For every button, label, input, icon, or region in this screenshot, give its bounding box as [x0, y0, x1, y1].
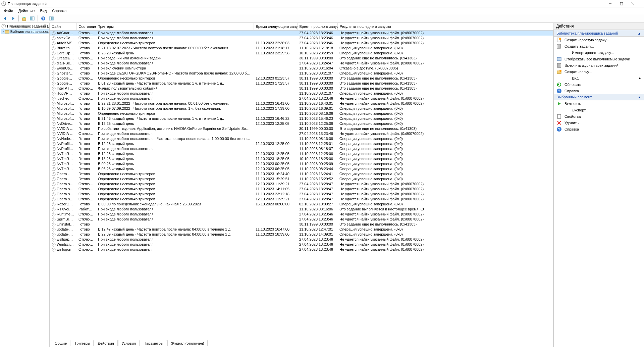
task-row[interactable]: atkexComSvcОтключеноПри входе любого пол…: [50, 36, 553, 41]
task-row[interactable]: update-S-1-...ГотовоВ 12:47 каждый день …: [50, 227, 553, 232]
action-item[interactable]: Включить журнал всех заданий: [554, 62, 644, 68]
task-row[interactable]: BlueStacksH...ГотовоВ 21:18 02.07.2023 -…: [50, 46, 553, 51]
up-button[interactable]: [20, 15, 28, 22]
task-row[interactable]: RTXVoice_{B...РаботаетПри входе любого п…: [50, 207, 553, 212]
col-triggers[interactable]: Триггеры: [96, 23, 254, 30]
task-row[interactable]: Intel PTT EK ...ОтключеноФильтр пользова…: [50, 86, 553, 91]
task-row[interactable]: Opera GX sc...ГотовоОпределено несколько…: [50, 177, 553, 182]
action-item[interactable]: Вид▸: [554, 75, 644, 81]
collapse-icon[interactable]: ▲: [638, 32, 641, 35]
task-row[interactable]: iTopVPN_Up...ГотовоПри входе любого поль…: [50, 91, 553, 96]
menu-help[interactable]: Справка: [49, 8, 69, 13]
close-button[interactable]: [631, 0, 643, 7]
task-row[interactable]: Opera sched...ОтключеноОпределено нескол…: [50, 182, 553, 187]
task-icon: [52, 222, 56, 227]
task-row[interactable]: dials-BenitoОтключеноПри входе любого по…: [50, 61, 553, 66]
action-item[interactable]: ?Справка: [554, 126, 644, 132]
svg-text:?: ?: [558, 127, 560, 131]
task-row[interactable]: GoogleUpda...ОтключеноОпределено несколь…: [50, 76, 553, 81]
detail-tab[interactable]: Общие: [51, 340, 70, 346]
task-row[interactable]: NvNodeLau...ГотовоПри входе любого польз…: [50, 136, 553, 141]
action-item[interactable]: Импортировать задачу...: [554, 49, 644, 56]
actions-section-selected[interactable]: Выбранный элемент ▲: [554, 94, 644, 100]
action-item[interactable]: Обновить: [554, 81, 644, 88]
task-row[interactable]: juschedОтключеноПри входе любого пользов…: [50, 96, 553, 101]
tree-root[interactable]: Планировщик заданий (Лок: [1, 23, 49, 29]
tree-library[interactable]: › Библиотека планировщ: [1, 29, 49, 34]
action-item[interactable]: Создать папку...: [554, 68, 644, 75]
action-item[interactable]: Отображать все выполняемые задачи: [554, 56, 644, 62]
action-label: Создать папку...: [565, 70, 641, 74]
task-row[interactable]: NvDriverUp...ГотовоВ 12:25 каждый день12…: [50, 121, 553, 126]
task-row[interactable]: AutoKMSОтключеноОпределено несколько три…: [50, 41, 553, 46]
collapse-icon[interactable]: ▲: [638, 95, 641, 99]
column-headers[interactable]: Файл Состояние Триггеры Время следующего…: [50, 23, 553, 30]
task-row[interactable]: NvProfileUp...ГотовоВ 12:25 каждый день1…: [50, 141, 553, 146]
menu-file[interactable]: Файл: [1, 8, 16, 13]
col-last-result[interactable]: Результат последнего запуска: [337, 23, 553, 30]
task-row[interactable]: RazerCortex...ГотовоВ 00:00 по понедельн…: [50, 202, 553, 207]
expand-icon[interactable]: ›: [3, 30, 4, 34]
back-button[interactable]: [1, 15, 9, 22]
task-row[interactable]: GhosteryUp...ГотовоПри входе DESKTOP-GDK…: [50, 71, 553, 76]
action-item[interactable]: Экспорт...: [554, 107, 644, 113]
task-row[interactable]: CorelUpdate...ГотовоВ 23:29 каждый день1…: [50, 51, 553, 56]
action-item[interactable]: Свойства: [554, 113, 644, 119]
action-item[interactable]: Удалить: [554, 119, 644, 126]
task-row[interactable]: winlogonОтключеноПри входе любого пользо…: [50, 247, 553, 252]
task-row[interactable]: AdGuardVp...ОтключеноПри входе любого по…: [50, 30, 553, 36]
task-icon: [52, 228, 56, 232]
task-row[interactable]: MicrosoftEd...ГотовоВ 10:39 07.09.2022 -…: [50, 106, 553, 111]
menu-action[interactable]: Действие: [16, 8, 37, 13]
actions-section-library[interactable]: Библиотека планировщика заданий ▲: [554, 30, 644, 37]
task-row[interactable]: NVIDIA GeF...ГотовоПо событию - журнал: …: [50, 126, 553, 131]
task-row[interactable]: wallpaperser...ОтключеноПри входе любого…: [50, 237, 553, 242]
task-row[interactable]: MicrosoftEd...ГотовоОпределено несколько…: [50, 111, 553, 116]
task-row[interactable]: CreateExplor...ОтключеноПри создании или…: [50, 56, 553, 61]
col-next-run[interactable]: Время следующего запуска: [254, 23, 297, 30]
detail-tab[interactable]: Условия: [118, 340, 140, 346]
action-item[interactable]: ?Справка: [554, 88, 644, 94]
detail-tab[interactable]: Триггеры: [71, 340, 94, 346]
task-row[interactable]: NvProfileUp...ГотовоПри входе любого пол…: [50, 146, 553, 151]
maximize-button[interactable]: [620, 0, 631, 7]
task-grid[interactable]: Файл Состояние Триггеры Время следующего…: [50, 23, 553, 339]
task-row[interactable]: Opera sched...ОтключеноОпределено нескол…: [50, 192, 553, 197]
menu-view[interactable]: Вид: [37, 8, 49, 13]
col-state[interactable]: Состояние: [76, 23, 96, 30]
detail-tab[interactable]: Журнал (отключен): [167, 340, 208, 346]
task-icon: [52, 248, 56, 252]
task-row[interactable]: NVIDIA ShareОтключеноПри входе любого по…: [50, 131, 553, 136]
task-row[interactable]: Opera GX sc...ГотовоОпределено несколько…: [50, 171, 553, 177]
minimize-button[interactable]: [608, 0, 620, 7]
col-last-run[interactable]: Время прошлого запуска: [297, 23, 337, 30]
cell-name: jusched: [50, 96, 76, 101]
task-row[interactable]: NvTmRep_C...ГотовоВ 00:25 каждый день12.…: [50, 161, 553, 166]
toggle-tree-button[interactable]: [29, 15, 36, 22]
action-item[interactable]: Включить: [554, 100, 644, 107]
toggle-actions-button[interactable]: [48, 15, 55, 22]
task-row[interactable]: Opera sched...ОтключеноОпределено нескол…: [50, 187, 553, 192]
cell-result: Операция успешно завершена. (0x0): [337, 51, 553, 56]
task-row[interactable]: Opera sched...ОтключеноОпределено нескол…: [50, 197, 553, 202]
task-row[interactable]: GoogleUpda...ГотовоВ 01:23 каждый день -…: [50, 81, 553, 86]
detail-tab[interactable]: Параметры: [140, 340, 167, 346]
task-row[interactable]: WindscribeS...ОтключеноПри входе любого …: [50, 242, 553, 247]
task-row[interactable]: NvTmRep_C...ГотовоВ 18:25 каждый день11.…: [50, 156, 553, 161]
col-file[interactable]: Файл: [50, 23, 76, 30]
task-row[interactable]: MicrosoftEd...ГотовоВ 21:46 каждый день …: [50, 116, 553, 121]
task-row[interactable]: EvonUpdate...ГотовоПри включении компьют…: [50, 66, 553, 71]
action-item[interactable]: Создать простую задачу...: [554, 37, 644, 43]
task-row[interactable]: NvTmRep_C...ГотовоВ 06:25 каждый день12.…: [50, 166, 553, 171]
forward-button[interactable]: [9, 15, 17, 22]
task-row[interactable]: MicrosoftApiГотовоВ 22:21 28.01.2022 - Ч…: [50, 101, 553, 106]
cell-trigger: В 12:25 каждый день: [96, 121, 254, 126]
detail-tab[interactable]: Действия: [94, 340, 117, 346]
task-row[interactable]: UninstallToo...Готово30.11.1999 00:00:00…: [50, 222, 553, 227]
task-row[interactable]: RuntimeBro...ОтключеноПри входе любого п…: [50, 212, 553, 217]
task-row[interactable]: update-sysГотовоВ 22:39 каждый день - Ча…: [50, 232, 553, 237]
task-row[interactable]: SgrmBrokerОтключеноПри входе любого поль…: [50, 217, 553, 222]
action-item[interactable]: Создать задачу...: [554, 43, 644, 49]
task-row[interactable]: NvTmRep_C...ГотовоВ 12:25 каждый день12.…: [50, 151, 553, 156]
help-button[interactable]: ?: [40, 15, 47, 22]
